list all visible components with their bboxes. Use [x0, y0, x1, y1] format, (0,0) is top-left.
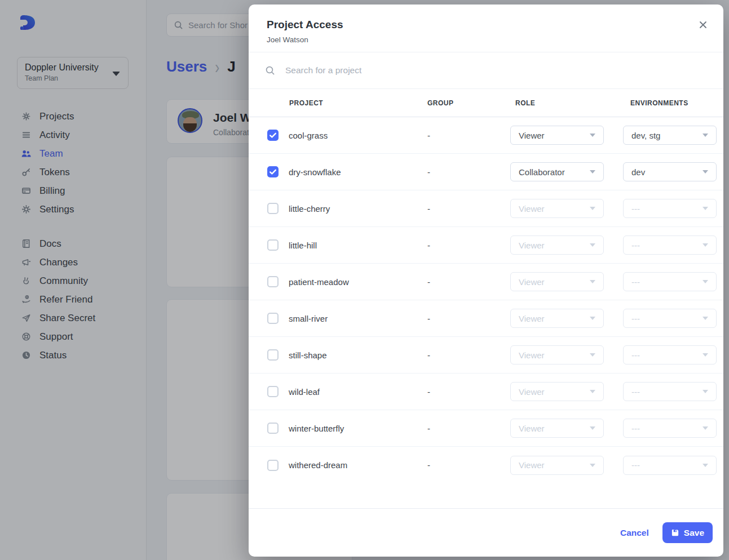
- project-name: cool-grass: [289, 131, 426, 140]
- save-button-label: Save: [684, 528, 704, 538]
- environments-value: dev, stg: [631, 131, 660, 140]
- group-value: -: [426, 277, 510, 287]
- chevron-down-icon: [590, 170, 595, 174]
- row-checkbox[interactable]: [267, 130, 279, 141]
- group-value: -: [426, 204, 510, 214]
- environments-select: ---: [623, 456, 717, 475]
- environments-value: ---: [631, 277, 640, 287]
- project-name: small-river: [289, 314, 426, 323]
- role-value: Viewer: [519, 314, 545, 323]
- row-checkbox[interactable]: [267, 166, 279, 177]
- cancel-button[interactable]: Cancel: [620, 528, 649, 538]
- group-value: -: [426, 241, 510, 250]
- role-value: Viewer: [519, 277, 545, 287]
- chevron-down-icon: [590, 134, 595, 137]
- chevron-down-icon: [590, 464, 595, 467]
- group-value: -: [426, 387, 510, 397]
- environments-value: ---: [631, 350, 640, 360]
- project-search: [249, 52, 723, 89]
- role-select[interactable]: Collaborator: [510, 162, 604, 181]
- project-name: little-hill: [289, 241, 426, 250]
- column-header-environments: ENVIRONMENTS: [623, 99, 717, 107]
- project-name: withered-dream: [289, 460, 426, 470]
- role-select: Viewer: [510, 419, 604, 438]
- table-row: wild-leaf - Viewer ---: [249, 374, 723, 410]
- environments-value: ---: [631, 460, 640, 470]
- environments-select: ---: [623, 382, 717, 401]
- project-access-modal: Project Access Joel Watson PROJECT GROUP…: [249, 5, 723, 557]
- row-checkbox[interactable]: [267, 423, 279, 434]
- environments-select: ---: [623, 199, 717, 218]
- role-value: Viewer: [519, 241, 545, 250]
- column-header-role: ROLE: [510, 99, 623, 107]
- chevron-down-icon: [590, 280, 595, 283]
- table-row: withered-dream - Viewer ---: [249, 447, 723, 483]
- environments-value: ---: [631, 424, 640, 433]
- project-name: still-shape: [289, 350, 426, 360]
- project-search-input[interactable]: [285, 65, 706, 75]
- close-icon[interactable]: [696, 18, 710, 32]
- environments-select[interactable]: dev, stg: [623, 126, 717, 145]
- row-checkbox[interactable]: [267, 276, 279, 287]
- modal-header: Project Access Joel Watson: [249, 5, 723, 52]
- chevron-down-icon: [590, 353, 595, 357]
- chevron-down-icon: [703, 207, 708, 210]
- project-name: winter-butterfly: [289, 424, 426, 433]
- table-header: PROJECT GROUP ROLE ENVIRONMENTS: [249, 89, 723, 117]
- table-row: cool-grass - Viewer dev, stg: [249, 117, 723, 154]
- group-value: -: [426, 167, 510, 177]
- save-button[interactable]: Save: [662, 522, 713, 543]
- role-select[interactable]: Viewer: [510, 126, 604, 145]
- column-header-project: PROJECT: [289, 99, 426, 107]
- environments-select: ---: [623, 419, 717, 438]
- environments-select: ---: [623, 345, 717, 365]
- role-value: Viewer: [519, 387, 545, 397]
- chevron-down-icon: [590, 317, 595, 320]
- role-select: Viewer: [510, 309, 604, 328]
- table-row: patient-meadow - Viewer ---: [249, 264, 723, 300]
- chevron-down-icon: [590, 243, 595, 247]
- chevron-down-icon: [703, 426, 708, 430]
- row-checkbox[interactable]: [267, 313, 279, 324]
- environments-value: ---: [631, 204, 640, 214]
- row-checkbox[interactable]: [267, 460, 279, 471]
- search-icon: [265, 65, 275, 75]
- chevron-down-icon: [703, 243, 708, 247]
- environments-value: ---: [631, 314, 640, 323]
- role-value: Viewer: [519, 460, 545, 470]
- chevron-down-icon: [703, 464, 708, 467]
- role-select: Viewer: [510, 272, 604, 291]
- row-checkbox[interactable]: [267, 239, 279, 251]
- modal-subtitle: Joel Watson: [267, 35, 705, 44]
- environments-select[interactable]: dev: [623, 162, 717, 181]
- group-value: -: [426, 424, 510, 433]
- chevron-down-icon: [703, 353, 708, 357]
- role-select: Viewer: [510, 235, 604, 255]
- table-row: little-hill - Viewer ---: [249, 227, 723, 264]
- group-value: -: [426, 131, 510, 140]
- table-body: cool-grass - Viewer dev, stg dry-snowfla…: [249, 117, 723, 483]
- environments-value: ---: [631, 387, 640, 397]
- modal-title: Project Access: [267, 19, 705, 31]
- chevron-down-icon: [703, 390, 708, 393]
- table-row: little-cherry - Viewer ---: [249, 190, 723, 227]
- group-value: -: [426, 460, 510, 470]
- role-value: Viewer: [519, 204, 545, 214]
- chevron-down-icon: [590, 390, 595, 393]
- modal-footer: Cancel Save: [249, 508, 723, 557]
- environments-value: dev: [631, 167, 645, 177]
- table-row: still-shape - Viewer ---: [249, 337, 723, 374]
- role-value: Collaborator: [519, 167, 565, 177]
- row-checkbox[interactable]: [267, 349, 279, 361]
- project-name: wild-leaf: [289, 387, 426, 397]
- role-value: Viewer: [519, 424, 545, 433]
- row-checkbox[interactable]: [267, 386, 279, 397]
- floppy-disk-icon: [671, 528, 679, 537]
- project-name: dry-snowflake: [289, 167, 426, 177]
- role-select: Viewer: [510, 382, 604, 401]
- table-row: dry-snowflake - Collaborator dev: [249, 154, 723, 190]
- environments-value: ---: [631, 241, 640, 250]
- environments-select: ---: [623, 272, 717, 291]
- row-checkbox[interactable]: [267, 203, 279, 214]
- environments-select: ---: [623, 235, 717, 255]
